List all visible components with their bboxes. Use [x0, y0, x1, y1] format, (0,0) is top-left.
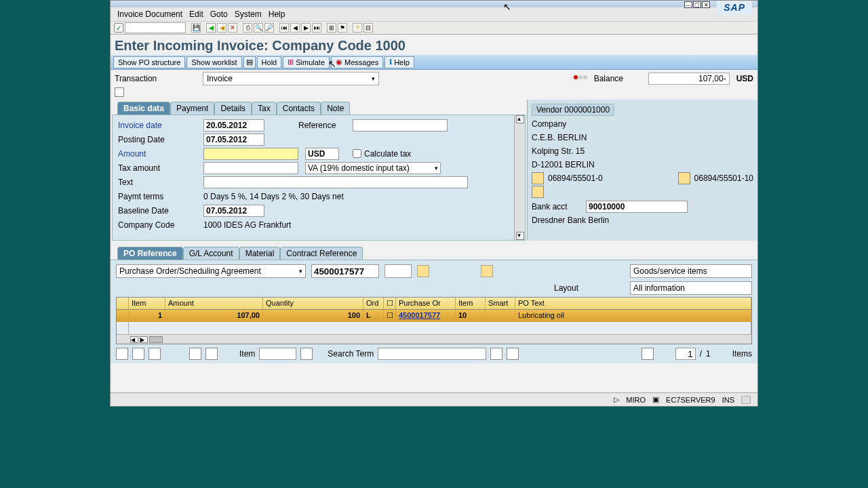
po-link[interactable]: 4500017577 [396, 310, 456, 322]
transaction-label: Transaction [115, 74, 196, 83]
more-po-icon[interactable] [481, 265, 493, 277]
grid-header-quantity[interactable]: Quantity [263, 298, 363, 309]
deselect-all-icon[interactable] [132, 348, 144, 360]
company-code-value: 1000 IDES AG Frankfurt [203, 220, 291, 230]
window-controls[interactable]: —▢✕ [684, 1, 710, 8]
grid-header-po[interactable]: Purchase Or [396, 298, 456, 309]
tab-material[interactable]: Material [239, 247, 281, 260]
search-po-icon[interactable] [417, 265, 429, 277]
posting-date-input[interactable] [203, 134, 264, 146]
search-term-input[interactable] [378, 348, 486, 360]
cancel-icon[interactable]: ✕ [228, 23, 237, 33]
grid-header-amount[interactable]: Amount [165, 298, 263, 309]
tab-contract-reference[interactable]: Contract Reference [280, 247, 363, 260]
last-page-icon[interactable]: ⏭ [312, 23, 321, 33]
fax-icon[interactable] [678, 172, 690, 184]
grid-horizontal-scroll[interactable]: ◀▶ [117, 334, 751, 344]
item-search-icon[interactable] [300, 348, 313, 360]
grid-header-potext[interactable]: PO Text [515, 298, 751, 309]
search-next-icon[interactable] [507, 348, 519, 360]
exit-icon[interactable]: ◀ [217, 23, 226, 33]
first-page-icon[interactable]: ⏮ [279, 23, 289, 33]
grid-row[interactable]: 1 107,00 100 L ☐ 4500017577 10 Lubricati… [117, 310, 751, 322]
page-current[interactable] [675, 348, 696, 360]
transaction-select[interactable]: Invoice▾ [203, 72, 379, 85]
menu-help[interactable]: Help [269, 9, 285, 19]
text-input[interactable] [203, 176, 468, 188]
help-button[interactable]: ℹHelp [384, 56, 414, 68]
bank-acct-input[interactable] [586, 201, 688, 213]
item-nav-input[interactable] [259, 348, 296, 360]
menu-system[interactable]: System [235, 9, 262, 19]
menu-invoice-document[interactable]: Invoice Document [117, 9, 182, 19]
layout-select[interactable]: All information [630, 281, 752, 295]
simulate-button[interactable]: ⊞Simulate [283, 56, 330, 68]
invoice-date-input[interactable] [203, 119, 264, 131]
vendor-name2: C.E.B. BERLIN [532, 131, 753, 144]
hold-button[interactable]: Hold [257, 56, 282, 68]
goods-service-select[interactable]: Goods/service items [630, 264, 752, 278]
grid-row-empty[interactable] [117, 322, 751, 334]
grid-header-item[interactable]: Item [129, 298, 165, 309]
po-number-input[interactable] [311, 264, 379, 278]
messages-button[interactable]: ◉Messages [331, 56, 383, 68]
amount-input[interactable] [203, 148, 298, 160]
tax-code-select[interactable]: VA (19% domestic input tax)▾ [305, 162, 441, 174]
search-icon[interactable] [490, 348, 502, 360]
show-po-structure-button[interactable]: Show PO structure [113, 56, 185, 68]
tab-tax[interactable]: Tax [252, 102, 277, 115]
find-next-icon[interactable]: 🔎 [264, 23, 274, 33]
enter-icon[interactable]: ✓ [114, 23, 123, 33]
calculate-tax-checkbox[interactable] [353, 149, 361, 158]
command-field[interactable] [125, 22, 186, 33]
tab-gl-account[interactable]: G/L Account [183, 247, 239, 260]
tab-contacts[interactable]: Contacts [277, 102, 321, 115]
phone-icon[interactable] [532, 172, 544, 184]
grid-header-poitem[interactable]: Item [456, 298, 486, 309]
sort-asc-icon[interactable] [189, 348, 201, 360]
balance-value: 107,00- [648, 73, 730, 85]
next-page-icon[interactable]: ▶ [301, 23, 311, 33]
sort-desc-icon[interactable] [205, 348, 218, 360]
items-label: Items [732, 349, 752, 359]
page-total: 1 [706, 349, 711, 359]
new-session-icon[interactable]: ⊞ [327, 23, 336, 33]
sap-logo: SAP [717, 1, 752, 14]
vendor-phone: 06894/55501-0 [548, 174, 603, 183]
print-icon[interactable]: ⎙ [243, 23, 252, 33]
currency-input[interactable] [305, 148, 339, 160]
tab-po-reference[interactable]: PO Reference [117, 247, 183, 260]
reference-category-select[interactable]: Purchase Order/Scheduling Agreement▾ [116, 264, 306, 278]
help-icon[interactable]: ? [353, 23, 362, 33]
header-toggle-icon[interactable] [115, 87, 124, 97]
layout-grid-icon[interactable] [642, 348, 654, 360]
prev-page-icon[interactable]: ◀ [290, 23, 300, 33]
application-toolbar: Show PO structure Show worklist ▤ Hold ⊞… [111, 55, 757, 70]
overview-icon[interactable]: ▤ [243, 56, 256, 68]
po-item-input[interactable] [384, 264, 412, 278]
vertical-scrollbar[interactable]: ▲▼ [514, 115, 525, 240]
select-all-icon[interactable] [116, 348, 128, 360]
shortcut-icon[interactable]: ⚑ [338, 23, 347, 33]
filter-icon[interactable] [149, 348, 161, 360]
address-icon[interactable] [532, 186, 544, 198]
tab-details[interactable]: Details [214, 102, 252, 115]
menu-goto[interactable]: Goto [210, 9, 228, 19]
grid-header-ord[interactable]: Ord [363, 298, 384, 309]
vendor-header: Vendor 0000001000 [532, 104, 614, 116]
layout-icon[interactable]: ⊟ [363, 23, 373, 33]
tab-basic-data[interactable]: Basic data [117, 102, 170, 115]
grid-header-check[interactable]: ☐ [384, 298, 396, 309]
save-icon[interactable]: 💾 [191, 23, 201, 33]
reference-input[interactable] [353, 119, 448, 131]
tax-amount-input[interactable] [203, 162, 298, 174]
find-icon[interactable]: 🔍 [254, 23, 263, 33]
grid-header-smart[interactable]: Smart [486, 298, 515, 309]
tab-payment[interactable]: Payment [170, 102, 214, 115]
baseline-date-input[interactable] [203, 205, 264, 217]
menu-edit[interactable]: Edit [189, 9, 203, 19]
tab-note[interactable]: Note [321, 102, 350, 115]
grid-select-header[interactable] [117, 298, 129, 309]
back-icon[interactable]: ◀ [206, 23, 216, 33]
show-worklist-button[interactable]: Show worklist [186, 56, 241, 68]
